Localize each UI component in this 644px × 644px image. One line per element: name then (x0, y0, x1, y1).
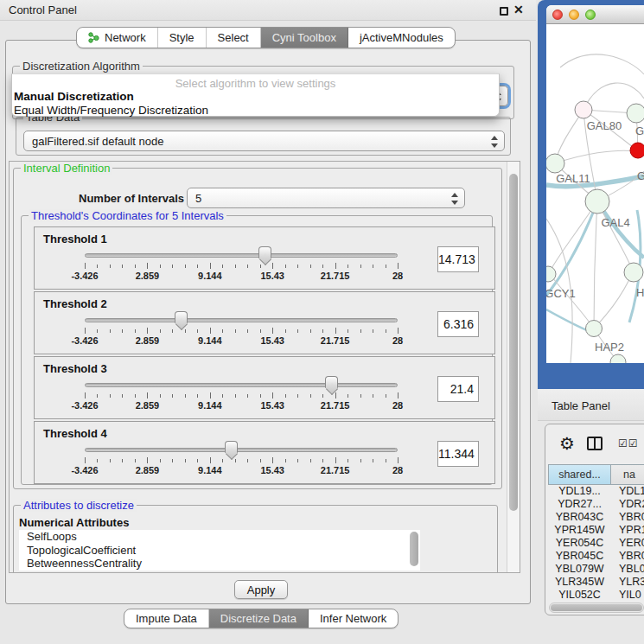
cell-shared-name[interactable]: YLR345W (548, 576, 611, 589)
close-icon[interactable]: ✕ (513, 3, 524, 16)
tick-label: 9.144 (198, 465, 222, 475)
slider-track[interactable] (85, 253, 398, 258)
numerical-attributes-list[interactable]: SelfLoopsTopologicalCoefficientBetweenne… (19, 530, 420, 571)
table-row[interactable]: YBR043CYBR0 (548, 511, 644, 524)
tick-label: 15.43 (260, 271, 284, 281)
slider-thumb[interactable] (325, 376, 338, 388)
dropdown-option-manual[interactable]: Manual Discretization (12, 90, 499, 104)
cell-name[interactable]: YDL1 (611, 485, 644, 498)
slider-scale-labels: -3.4262.8599.14415.4321.71528 (85, 335, 398, 346)
threshold-label: Threshold 1 (43, 233, 107, 245)
cell-shared-name[interactable]: YDL19... (548, 485, 611, 498)
cell-name[interactable]: YLR3 (611, 576, 644, 589)
dropdown-option-equal-width[interactable]: Equal Width/Frequency Discretization (12, 104, 499, 118)
table-row[interactable]: YBL079WYBL0 (548, 563, 644, 576)
cell-shared-name[interactable]: YDR27... (548, 498, 611, 511)
threshold-value-field[interactable]: 6.316 (437, 311, 479, 337)
num-intervals-combobox[interactable]: 5 (187, 188, 465, 208)
slider-thumb[interactable] (225, 441, 238, 453)
tab-network[interactable]: Network (77, 28, 158, 48)
attribute-item[interactable]: TopologicalCoefficient (19, 544, 420, 558)
table-row[interactable]: YDR27...YDR2 (548, 498, 644, 511)
column-header-name[interactable]: na (611, 464, 644, 485)
label-partial-top: GA (635, 124, 644, 137)
attribute-item[interactable]: BetweennessCentrality (19, 557, 420, 571)
node-gal11 (546, 154, 564, 173)
cell-name[interactable]: YDR2 (611, 498, 644, 511)
cell-name[interactable]: YPR1 (611, 524, 644, 537)
slider-scale-labels: -3.4262.8599.14415.4321.71528 (85, 271, 398, 281)
table-data-combobox[interactable]: galFiltered.sif default node (23, 131, 505, 151)
combo-arrows-icon (450, 192, 458, 206)
cell-shared-name[interactable]: YPR145W (548, 524, 611, 537)
tick-label: 28 (392, 335, 403, 346)
slider-track[interactable] (85, 383, 398, 387)
float-window-icon[interactable] (500, 7, 508, 16)
node-red (630, 143, 644, 158)
threshold-value-field[interactable]: 21.4 (437, 376, 479, 402)
cell-name[interactable]: YBR0 (611, 550, 644, 563)
close-button[interactable] (552, 10, 563, 20)
label-gal4: GAL4 (601, 216, 629, 229)
threshold-value-field[interactable]: 11.344 (437, 441, 479, 467)
threshold-3-panel: Threshold 3 -3.4262.8599.14415.4321.7152… (34, 356, 495, 419)
tick-label: -3.426 (71, 335, 98, 346)
horizontal-scrollbar[interactable] (549, 603, 644, 613)
slider-thumb[interactable] (175, 311, 188, 323)
minimize-button[interactable] (569, 10, 579, 20)
tab-infer-network[interactable]: Infer Network (309, 609, 398, 628)
cell-shared-name[interactable]: YIL052C (548, 589, 611, 600)
group-label: Interval Definition (21, 162, 112, 175)
table-row[interactable]: YIL052CYIL0 (548, 589, 644, 600)
table-row[interactable]: YDL19...YDL1 (548, 485, 644, 498)
gear-icon[interactable]: ⚙ (559, 433, 575, 454)
slider-ticks (85, 263, 398, 270)
tab-select[interactable]: Select (207, 28, 261, 48)
tick-label: 15.43 (260, 400, 284, 411)
tab-style[interactable]: Style (158, 28, 207, 48)
slider-track[interactable] (85, 318, 398, 322)
table-row[interactable]: YPR145WYPR1 (548, 524, 644, 537)
numerical-attributes-title: Numerical Attributes (19, 516, 129, 529)
apply-button[interactable]: Apply (234, 580, 288, 599)
cell-name[interactable]: YBL0 (611, 563, 644, 576)
columns-icon[interactable] (587, 437, 603, 450)
label-h: H (636, 286, 644, 299)
scrollbar-thumb[interactable] (509, 174, 518, 511)
table-row[interactable]: YBR045CYBR0 (548, 550, 644, 563)
slider-scale-labels: -3.4262.8599.14415.4321.71528 (85, 400, 398, 411)
cell-shared-name[interactable]: YBR045C (548, 550, 611, 563)
table-row[interactable]: YER054CYER0 (548, 537, 644, 550)
tab-cyni-toolbox[interactable]: Cyni Toolbox (261, 28, 348, 48)
tab-discretize-data[interactable]: Discretize Data (209, 609, 309, 628)
table-row[interactable]: YLR345WYLR3 (548, 576, 644, 589)
tab-jactivemnodules[interactable]: jActiveMNodules (348, 28, 455, 48)
tick-label: 28 (392, 400, 403, 411)
threshold-value-field[interactable]: 14.713 (437, 246, 479, 272)
list-scrollbar[interactable] (410, 532, 418, 566)
table-header: shared... na (548, 464, 644, 485)
tick-label: 2.859 (136, 465, 160, 475)
cell-shared-name[interactable]: YER054C (548, 537, 611, 550)
slider-scale-labels: -3.4262.8599.14415.4321.71528 (85, 465, 398, 475)
screen: Control Panel ✕ Network Style Select Cyn… (0, 0, 644, 644)
cyni-mode-tabs: Impute Data Discretize Data Infer Networ… (124, 609, 399, 628)
node-gal4 (585, 189, 609, 214)
table-rows[interactable]: YDL19...YDL1YDR27...YDR2YBR043CYBR0YPR14… (548, 485, 644, 600)
cell-shared-name[interactable]: YBR043C (548, 511, 611, 524)
slider-thumb[interactable] (258, 246, 271, 258)
network-canvas[interactable]: GAL80 GA G GAL11 GAL4 GCY1 H HAP2 (546, 24, 644, 363)
thresholds-group: Threshold's Coordinates for 5 Intervals … (21, 215, 493, 485)
column-header-shared[interactable]: shared... (548, 464, 611, 485)
attribute-item[interactable]: SelfLoops (19, 530, 420, 544)
scrollbar-thumb[interactable] (551, 604, 642, 611)
cell-name[interactable]: YIL0 (611, 589, 644, 600)
cell-shared-name[interactable]: YBL079W (548, 563, 611, 576)
cell-name[interactable]: YBR0 (611, 511, 644, 524)
checkboxes-icon[interactable]: ☑☑ (618, 437, 639, 450)
tab-impute-data[interactable]: Impute Data (124, 609, 209, 628)
slider-track[interactable] (85, 448, 398, 452)
vertical-scrollbar[interactable] (507, 162, 520, 572)
cell-name[interactable]: YER0 (611, 537, 644, 550)
zoom-button[interactable] (585, 10, 596, 20)
